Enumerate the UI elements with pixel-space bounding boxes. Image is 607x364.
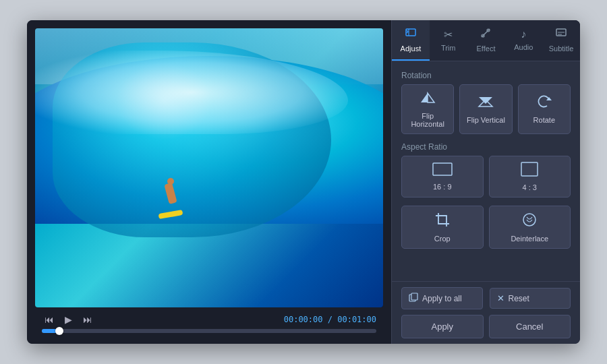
crop-label: Crop [434,235,451,243]
adjust-icon [405,27,417,42]
deinterlace-label: Deinterlace [511,235,548,243]
bottom-actions: Apply to all ✕ Reset Apply Cancel [392,281,580,344]
tab-adjust[interactable]: Adjust [392,20,430,61]
svg-rect-13 [433,163,452,175]
svg-point-16 [523,214,536,226]
rewind-button[interactable]: ⏮ [42,313,57,326]
flip-vertical-label: Flip Vertical [467,116,505,124]
video-frame [35,28,383,307]
tab-effect-label: Effect [477,44,496,53]
flip-horizontal-label: Flip Horizontal [406,112,449,128]
apply-to-all-label: Apply to all [422,294,462,303]
ratio-16-9-icon [432,162,453,179]
apply-to-all-button[interactable]: Apply to all [401,287,483,309]
ratio-16-9-button[interactable]: 16 : 9 [401,156,484,198]
deinterlace-button[interactable]: Deinterlace [489,206,571,249]
ratio-16-9-label: 16 : 9 [433,183,452,191]
crop-button[interactable]: Crop [401,206,484,249]
tab-audio[interactable]: ♪ Audio [504,20,542,61]
cancel-button[interactable]: Cancel [489,315,571,338]
tabs-row: Adjust ✂ Trim Effect ♪ Audio [392,20,580,61]
rotate-icon [536,94,552,113]
copy-icon [409,293,418,304]
tab-subtitle[interactable]: Subtitle [542,20,580,61]
tab-subtitle-label: Subtitle [549,44,574,53]
fast-forward-button[interactable]: ⏭ [80,313,95,326]
reset-button[interactable]: ✕ Reset [490,288,571,309]
player-controls: ⏮ ▶ ⏭ 00:00:00 / 00:01:00 [35,307,383,336]
rotate-label: Rotate [533,116,555,124]
tools-content: Rotation Flip Horizontal [392,61,580,281]
reset-label: Reset [509,294,529,303]
tab-audio-label: Audio [514,43,533,51]
aspect-ratio-buttons: 16 : 9 4 : 3 [401,156,571,198]
svg-rect-14 [521,162,538,176]
svg-rect-18 [411,293,417,300]
apply-to-all-row: Apply to all ✕ Reset [401,287,571,309]
flip-v-icon [478,94,494,113]
svg-marker-8 [421,93,428,102]
svg-rect-15 [438,216,446,224]
trim-icon: ✂ [444,28,453,41]
play-button[interactable]: ▶ [62,313,75,326]
audio-icon: ♪ [521,28,526,40]
rotation-buttons: Flip Horizontal Flip Vertical [401,84,571,134]
effect-icon [480,27,492,42]
flip-horizontal-button[interactable]: Flip Horizontal [401,84,454,134]
extra-buttons: Crop Deinterlace [401,206,571,249]
time-separator: / [323,315,338,324]
current-time: 00:00:00 [284,315,323,324]
tab-trim[interactable]: ✂ Trim [430,20,467,61]
video-panel: ⏮ ▶ ⏭ 00:00:00 / 00:01:00 [27,20,391,344]
tab-effect[interactable]: Effect [467,20,505,61]
aspect-ratio-label: Aspect Ratio [401,142,571,152]
total-time: 00:01:00 [337,315,376,324]
crop-icon [434,212,451,231]
tab-trim-label: Trim [441,44,456,52]
rotation-section: Rotation Flip Horizontal [401,71,571,134]
progress-bar[interactable] [42,329,376,333]
progress-thumb[interactable] [55,327,63,335]
apply-button[interactable]: Apply [401,315,484,338]
tools-panel: Adjust ✂ Trim Effect ♪ Audio [391,20,580,344]
ratio-4-3-label: 4 : 3 [523,183,537,191]
subtitle-icon [555,27,567,42]
ratio-4-3-icon [521,162,538,180]
svg-marker-9 [428,93,434,102]
tab-adjust-label: Adjust [401,44,422,53]
flip-h-icon [420,90,436,109]
time-display: 00:00:00 / 00:01:00 [284,315,376,324]
flip-vertical-button[interactable]: Flip Vertical [459,84,512,134]
final-buttons: Apply Cancel [401,315,571,338]
ratio-4-3-button[interactable]: 4 : 3 [489,156,571,198]
aspect-ratio-section: Aspect Ratio 16 : 9 [401,142,571,198]
svg-line-2 [482,29,490,37]
x-icon: ✕ [497,293,504,303]
surfer-figure [157,177,184,224]
rotation-label: Rotation [401,71,571,80]
deinterlace-icon [521,212,538,231]
video-container [35,28,383,307]
app-window: ⏮ ▶ ⏭ 00:00:00 / 00:01:00 [27,20,580,344]
rotate-button[interactable]: Rotate [518,84,571,134]
